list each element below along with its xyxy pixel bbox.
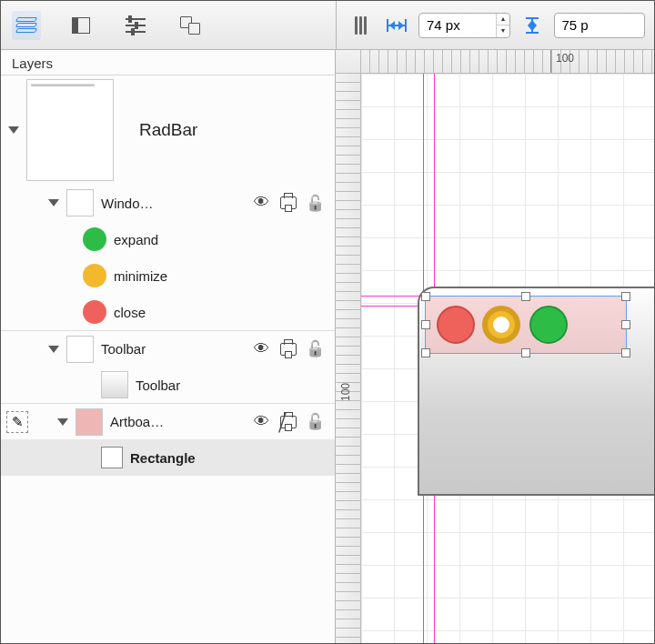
layer-thumbnail — [76, 408, 103, 436]
layers-sidebar: Layers RadBar Windo… — [1, 50, 336, 643]
ruler-corner — [336, 50, 361, 74]
layers-list: RadBar Windo… expand — [1, 75, 335, 643]
layer-label: Toolbar — [101, 341, 146, 357]
visibility-toggle[interactable] — [251, 340, 271, 358]
layer-label: Windo… — [101, 196, 154, 211]
sliders-icon — [126, 18, 146, 33]
top-toolbar: 74 px ▴▾ 75 p — [1, 1, 654, 50]
layer-label: RadBar — [139, 120, 197, 140]
resize-handle[interactable] — [621, 292, 630, 301]
layer-rectangle[interactable]: Rectangle — [1, 439, 335, 476]
width-icon — [385, 15, 408, 35]
columns-button[interactable] — [346, 11, 375, 40]
layer-artboard-group[interactable]: ✎ Artboa… ⧸ — [1, 403, 335, 439]
print-disabled-toggle[interactable]: ⧸ — [278, 416, 298, 428]
visibility-toggle[interactable] — [251, 413, 271, 431]
resize-handle[interactable] — [621, 348, 630, 357]
layer-thumbnail — [66, 189, 94, 216]
stepper-down-icon[interactable]: ▾ — [497, 25, 509, 37]
print-toggle[interactable] — [278, 343, 298, 356]
adjustments-toggle[interactable] — [121, 11, 150, 40]
horizontal-ruler[interactable]: 100 — [361, 50, 654, 74]
print-icon — [280, 196, 297, 209]
layer-thumbnail — [66, 336, 94, 363]
width-field[interactable]: 74 px ▴▾ — [418, 13, 510, 38]
layer-artboard[interactable]: RadBar — [1, 75, 335, 185]
red-dot-icon — [83, 300, 106, 324]
green-dot-icon — [83, 227, 106, 251]
canvas-area: 100 100 — [336, 50, 654, 643]
edit-indicator[interactable]: ✎ — [6, 411, 28, 433]
app-body: Layers RadBar Windo… — [1, 50, 654, 643]
layer-label: close — [114, 305, 146, 320]
layer-label: expand — [114, 232, 158, 247]
layer-label: minimize — [114, 268, 167, 284]
toolbar-right-group: 74 px ▴▾ 75 p — [336, 1, 654, 49]
panel-icon — [72, 17, 90, 34]
layer-thumbnail — [101, 371, 128, 398]
shape-thumbnail — [101, 447, 123, 468]
layer-label: Toolbar — [136, 377, 180, 393]
width-dimension-button[interactable] — [382, 11, 411, 40]
ruler-tick-label: 100 — [556, 52, 574, 65]
layer-label: Rectangle — [130, 450, 196, 466]
layer-window-group[interactable]: Windo… — [1, 185, 335, 221]
inspector-panel-toggle[interactable] — [66, 11, 96, 40]
yellow-dot-icon — [83, 264, 106, 287]
resize-handle[interactable] — [521, 292, 530, 301]
print-off-icon: ⧸ — [280, 416, 297, 428]
traffic-light-close-icon — [437, 306, 475, 344]
layer-toolbar-group[interactable]: Toolbar — [1, 330, 335, 367]
selection-box[interactable] — [425, 296, 627, 354]
print-toggle[interactable] — [278, 196, 298, 209]
disclosure-triangle-icon[interactable] — [8, 126, 19, 134]
vertical-ruler[interactable]: 100 — [336, 74, 361, 643]
lock-toggle[interactable] — [306, 412, 326, 431]
height-dimension-button[interactable] — [518, 11, 547, 40]
width-value: 74 px — [427, 17, 460, 33]
layer-close[interactable]: close — [1, 294, 335, 330]
height-icon — [520, 15, 544, 35]
resize-handle[interactable] — [421, 348, 430, 357]
lock-toggle[interactable] — [306, 339, 326, 358]
artboard-thumbnail — [26, 79, 114, 181]
group-icon — [180, 16, 200, 35]
resize-handle[interactable] — [421, 292, 430, 301]
resize-handle[interactable] — [521, 348, 530, 357]
disclosure-triangle-icon[interactable] — [48, 199, 59, 206]
disclosure-triangle-icon[interactable] — [57, 418, 68, 426]
layer-label: Artboa… — [110, 414, 164, 429]
design-app-window: 74 px ▴▾ 75 p Layers RadBar — [0, 0, 655, 644]
lock-toggle[interactable] — [306, 194, 326, 213]
canvas[interactable] — [361, 74, 654, 643]
traffic-light-minimize-icon — [482, 306, 520, 344]
layer-expand[interactable]: expand — [1, 221, 335, 257]
toolbar-left-group — [1, 1, 336, 49]
stepper-up-icon[interactable]: ▴ — [497, 14, 509, 26]
layer-minimize[interactable]: minimize — [1, 257, 335, 294]
layers-panel-toggle[interactable] — [12, 11, 41, 40]
height-value: 75 p — [562, 17, 589, 33]
traffic-light-expand-icon — [529, 306, 568, 344]
disclosure-triangle-icon[interactable] — [48, 346, 59, 353]
layers-icon — [16, 17, 36, 34]
ruler-tick-label: 100 — [339, 383, 352, 401]
print-icon — [280, 343, 297, 356]
resize-handle[interactable] — [621, 320, 630, 329]
sidebar-title: Layers — [1, 50, 335, 75]
visibility-toggle[interactable] — [251, 194, 271, 212]
width-stepper[interactable]: ▴▾ — [496, 14, 509, 37]
height-field[interactable]: 75 p — [554, 13, 646, 38]
columns-icon — [355, 16, 367, 35]
group-toggle[interactable] — [176, 11, 205, 40]
resize-handle[interactable] — [421, 320, 430, 329]
layer-toolbar-item[interactable]: Toolbar — [1, 367, 335, 403]
